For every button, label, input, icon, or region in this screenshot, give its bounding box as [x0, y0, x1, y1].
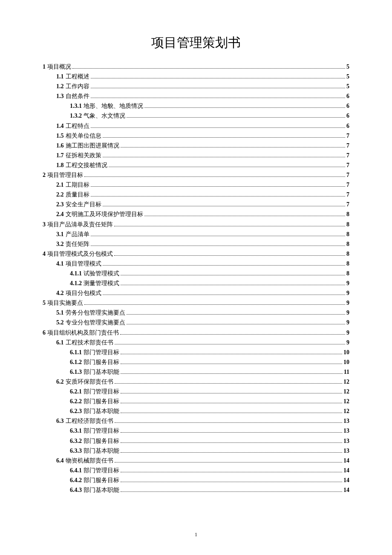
toc-entry-number: 3.2 — [56, 239, 64, 249]
toc-leader-dots — [103, 295, 346, 295]
toc-entry-number: 2.2 — [56, 190, 64, 199]
toc-entry-page: 6 — [346, 111, 349, 121]
toc-entry-number: 6.2.1 — [70, 387, 82, 396]
toc-entry-label: 项目产品清单及责任矩阵 — [47, 220, 113, 229]
toc-entry-page: 14 — [343, 485, 349, 495]
toc-leader-dots — [121, 354, 342, 354]
toc-entry: 1.3.1 地形、地貌、地质情况 6 — [43, 101, 349, 111]
toc-entry-page: 13 — [343, 436, 349, 446]
toc-entry-page: 7 — [346, 160, 349, 170]
toc-entry: 1.5 相关单位信息 7 — [43, 131, 349, 141]
toc-entry: 5.2 专业分包管理实施要点 9 — [43, 318, 349, 327]
toc-leader-dots — [91, 196, 346, 197]
toc-entry: 1.8 工程交接桩情况 7 — [43, 160, 349, 170]
toc-leader-dots — [91, 236, 346, 236]
toc-entry-number: 4.2 — [56, 288, 64, 298]
toc-entry-label: 项目组织机构及部门责任书 — [47, 328, 119, 338]
toc-entry-label: 工程技术部责任书 — [66, 338, 113, 347]
toc-entry-page: 7 — [346, 170, 349, 180]
toc-entry: 6.3.1 部门管理目标 13 — [43, 426, 349, 436]
toc-entry-page: 6 — [346, 101, 349, 111]
toc-entry-label: 项目管理模式及分包模式 — [47, 249, 113, 259]
toc-entry-label: 气象、水文情况 — [84, 111, 125, 121]
toc-entry-label: 部门管理目标 — [84, 465, 119, 475]
toc-entry-page: 12 — [343, 377, 349, 387]
toc-entry-label: 征拆相关政策 — [66, 150, 101, 160]
toc-entry-label: 地形、地貌、地质情况 — [84, 101, 143, 111]
toc-entry: 3.1 产品清单 8 — [43, 229, 349, 239]
toc-leader-dots — [114, 255, 345, 256]
toc-entry-label: 部门基本职能 — [84, 406, 119, 416]
toc-entry-number: 4.1.2 — [70, 278, 82, 288]
toc-entry: 6.1.1 部门管理目标 10 — [43, 347, 349, 357]
toc-entry: 6.2.3 部门基本职能 12 — [43, 406, 349, 416]
toc-entry-page: 13 — [343, 426, 349, 436]
toc-entry-label: 工程概述 — [66, 72, 89, 81]
toc-entry-number: 6.1 — [56, 338, 64, 347]
toc-leader-dots — [127, 314, 346, 315]
toc-entry-number: 6.1.3 — [70, 367, 82, 377]
toc-entry-number: 6.2.2 — [70, 396, 82, 406]
toc-entry: 4.1 项目管理模式 8 — [43, 259, 349, 269]
toc-entry-label: 责任矩阵 — [66, 239, 89, 249]
toc-entry: 1.3 自然条件 6 — [43, 91, 349, 101]
toc-entry-number: 1.7 — [56, 150, 64, 160]
toc-leader-dots — [115, 344, 346, 344]
toc-entry-number: 4 — [43, 249, 46, 259]
toc-entry-number: 1.3 — [56, 91, 64, 101]
toc-entry-label: 部门基本职能 — [84, 367, 119, 377]
toc-entry: 3 项目产品清单及责任矩阵 8 — [43, 220, 349, 229]
toc-entry-page: 8 — [346, 249, 349, 259]
toc-leader-dots — [91, 127, 346, 128]
toc-entry-page: 12 — [343, 387, 349, 396]
toc-leader-dots — [121, 393, 342, 393]
toc-entry: 1.3.2 气象、水文情况 6 — [43, 111, 349, 121]
toc-entry: 1.6 施工图出图进展情况 7 — [43, 141, 349, 150]
toc-entry-page: 8 — [346, 259, 349, 269]
toc-entry-page: 7 — [346, 150, 349, 160]
toc-entry-number: 6.2.3 — [70, 406, 82, 416]
toc-entry-page: 14 — [343, 475, 349, 485]
toc-leader-dots — [103, 137, 346, 138]
toc-entry-number: 6.3 — [56, 416, 64, 426]
toc-entry-label: 测量管理模式 — [84, 278, 119, 288]
toc-entry-page: 7 — [346, 141, 349, 150]
toc-entry-number: 1.1 — [56, 72, 64, 81]
toc-entry-page: 8 — [346, 220, 349, 229]
toc-entry-number: 1.4 — [56, 121, 64, 131]
toc-entry: 6.2 安质环保部责任书 12 — [43, 377, 349, 387]
toc-entry-number: 1.3.1 — [70, 101, 82, 111]
page-number: 1 — [195, 532, 197, 538]
toc-entry: 6.2.2 部门服务目标 12 — [43, 396, 349, 406]
toc-entry-number: 5 — [43, 298, 46, 308]
toc-leader-dots — [103, 265, 346, 266]
toc-entry-label: 项目概况 — [47, 62, 71, 72]
toc-leader-dots — [121, 285, 345, 285]
toc-entry: 6 项目组织机构及部门责任书 9 — [43, 328, 349, 338]
toc-entry-number: 6.4.3 — [70, 485, 82, 495]
toc-leader-dots — [109, 167, 346, 167]
toc-entry-page: 11 — [344, 367, 349, 377]
toc-leader-dots — [121, 413, 342, 413]
toc-leader-dots — [144, 216, 346, 216]
toc-entry-page: 13 — [343, 416, 349, 426]
toc-leader-dots — [121, 373, 343, 374]
toc-leader-dots — [91, 186, 346, 187]
toc-entry: 6.1 工程技术部责任书 9 — [43, 338, 349, 347]
toc-entry: 5.1 劳务分包管理实施要点 9 — [43, 308, 349, 318]
toc-entry-number: 5.1 — [56, 308, 64, 318]
toc-leader-dots — [144, 107, 345, 108]
toc-entry-label: 安全生产目标 — [66, 199, 101, 209]
toc-entry-number: 6.3.3 — [70, 446, 82, 456]
toc-entry-number: 1 — [43, 62, 46, 72]
toc-entry: 6.4 物资机械部责任书 14 — [43, 456, 349, 465]
toc-leader-dots — [121, 432, 342, 433]
toc-entry-label: 部门基本职能 — [84, 446, 119, 456]
toc-entry-page: 9 — [346, 278, 349, 288]
toc-entry-number: 1.6 — [56, 141, 64, 150]
toc-entry-page: 8 — [346, 269, 349, 278]
toc-entry-label: 专业分包管理实施要点 — [66, 318, 125, 327]
toc-entry-label: 工程经济部责任书 — [66, 416, 113, 426]
toc-entry: 4.1.1 试验管理模式 8 — [43, 269, 349, 278]
toc-leader-dots — [127, 324, 346, 324]
